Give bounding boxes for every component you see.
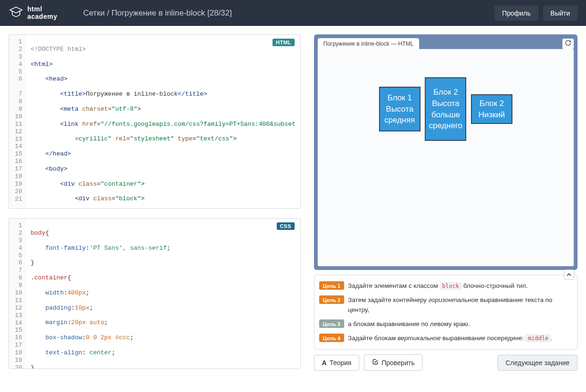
app-header: html academy Сетки / Погружение в inline… (0, 0, 586, 26)
html-editor[interactable]: HTML 123456 789101112131415161718192021 … (8, 34, 301, 209)
goals-panel: Цель 1 Задайте элементам с классом block… (314, 275, 578, 350)
preview-block-1: Блок 1Высотасредняя (379, 87, 421, 131)
check-icon (372, 359, 379, 367)
preview-block-2: Блок 2Высотабольшесреднего (425, 77, 466, 141)
goal-3: Цель 3 а блокам выравнивание по левому к… (319, 317, 572, 331)
reload-button[interactable] (562, 39, 574, 49)
profile-button[interactable]: Профиль (495, 6, 538, 21)
logo-text: html academy (27, 6, 57, 20)
crumb-title[interactable]: Погружение в inline-block (112, 8, 206, 17)
next-task-button[interactable]: Следующее задание (497, 355, 578, 371)
html-code[interactable]: <!DOCTYPE html> <html> <head> <title>Пог… (26, 35, 300, 208)
goal-1: Цель 1 Задайте элементам с классом block… (319, 279, 572, 293)
html-gutter: 123456 789101112131415161718192021 (9, 35, 26, 208)
font-icon: A (322, 359, 327, 367)
preview-viewport: Блок 1Высотасредняя Блок 2Высотабольшеср… (318, 49, 574, 266)
breadcrumb: Сетки / Погружение в inline-block [28/32… (83, 8, 231, 18)
preview-panel: Погружение в inline-block — HTML Блок 1В… (314, 34, 578, 270)
goal-2: Цель 2 Затем задайте контейнеру горизонт… (319, 293, 572, 317)
goal-3-badge: Цель 3 (319, 319, 344, 328)
preview-block-3: Блок 2Низкий (471, 94, 512, 124)
css-gutter: 1234567891011121314151617181920 (9, 219, 26, 368)
logo-icon (8, 5, 24, 21)
html-badge: HTML (272, 39, 295, 46)
css-code[interactable]: body{ font-family:'PT Sans', sans-serif;… (26, 219, 300, 368)
crumb-counter: [28/32] (207, 8, 232, 17)
logo[interactable]: html academy (8, 5, 57, 21)
goal-2-badge: Цель 2 (319, 295, 344, 304)
theory-button[interactable]: A Теория (314, 355, 360, 371)
goal-4: Цель 4 Задайте блокам вертикальное вырав… (319, 331, 572, 345)
css-badge: CSS (277, 222, 295, 230)
arrow-up-icon (567, 271, 571, 278)
goal-1-badge: Цель 1 (319, 281, 344, 290)
scroll-up-button[interactable] (564, 270, 574, 280)
css-editor[interactable]: CSS 1234567891011121314151617181920 body… (8, 218, 301, 369)
action-bar: A Теория Проверить Следующее задание (314, 354, 578, 371)
check-button[interactable]: Проверить (364, 354, 422, 371)
refresh-icon (565, 40, 571, 48)
goal-4-badge: Цель 4 (319, 334, 344, 342)
logout-button[interactable]: Выйти (543, 6, 578, 21)
crumb-section[interactable]: Сетки (83, 8, 105, 17)
preview-tab[interactable]: Погружение в inline-block — HTML (318, 38, 419, 49)
